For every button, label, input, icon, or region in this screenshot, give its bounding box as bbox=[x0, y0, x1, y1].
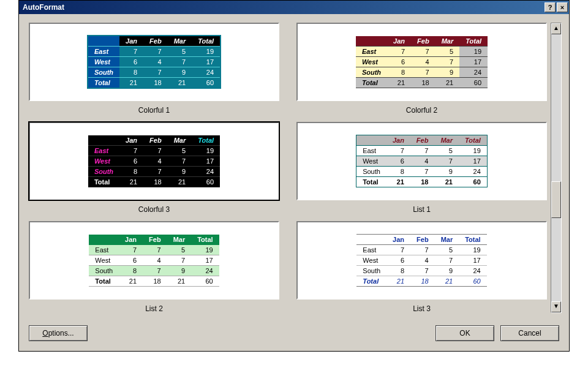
sample-label: List 1 bbox=[413, 205, 431, 214]
sample-colorful1[interactable]: JanFebMarTotalEast77519West64717South879… bbox=[29, 23, 279, 115]
sample-label: List 2 bbox=[145, 304, 163, 313]
sample-list3[interactable]: JanFebMarTotalEast77519West64717South879… bbox=[296, 221, 547, 313]
window-title: AutoFormat bbox=[23, 3, 64, 12]
format-gallery: JanFebMarTotalEast77519West64717South879… bbox=[29, 23, 547, 313]
sample-preview[interactable]: JanFebMarTotalEast77519West64717South879… bbox=[29, 122, 279, 200]
scroll-track[interactable] bbox=[551, 34, 561, 301]
scroll-down-button[interactable]: ▼ bbox=[551, 301, 561, 312]
sample-colorful2[interactable]: JanFebMarTotalEast77519West64717South879… bbox=[296, 23, 547, 115]
scroll-thumb[interactable] bbox=[551, 181, 561, 218]
sample-label: Colorful 2 bbox=[406, 106, 437, 115]
sample-preview[interactable]: JanFebMarTotalEast77519West64717South879… bbox=[29, 221, 279, 300]
sample-list2[interactable]: JanFebMarTotalEast77519West64717South879… bbox=[29, 221, 279, 313]
scroll-up-button[interactable]: ▲ bbox=[551, 23, 561, 34]
ok-button[interactable]: OK bbox=[435, 325, 494, 341]
autoformat-dialog: AutoFormat ? × JanFebMarTotalEast77519We… bbox=[18, 0, 570, 352]
sample-label: Colorful 3 bbox=[138, 205, 170, 214]
sample-label: List 3 bbox=[413, 304, 431, 313]
help-button[interactable]: ? bbox=[545, 2, 556, 12]
vertical-scrollbar[interactable]: ▲ ▼ bbox=[551, 23, 562, 313]
sample-label: Colorful 1 bbox=[138, 106, 170, 115]
close-button[interactable]: × bbox=[557, 2, 568, 12]
sample-colorful3[interactable]: JanFebMarTotalEast77519West64717South879… bbox=[29, 122, 279, 214]
sample-list1[interactable]: JanFebMarTotalEast77519West64717South879… bbox=[296, 122, 547, 214]
options-button[interactable]: Options... bbox=[29, 325, 88, 341]
sample-preview[interactable]: JanFebMarTotalEast77519West64717South879… bbox=[296, 122, 547, 200]
sample-preview[interactable]: JanFebMarTotalEast77519West64717South879… bbox=[296, 23, 547, 101]
sample-preview[interactable]: JanFebMarTotalEast77519West64717South879… bbox=[29, 23, 279, 101]
dialog-buttons: Options... OK Cancel bbox=[19, 322, 569, 351]
titlebar[interactable]: AutoFormat ? × bbox=[19, 1, 569, 14]
sample-preview[interactable]: JanFebMarTotalEast77519West64717South879… bbox=[296, 221, 547, 300]
cancel-button[interactable]: Cancel bbox=[500, 325, 559, 341]
